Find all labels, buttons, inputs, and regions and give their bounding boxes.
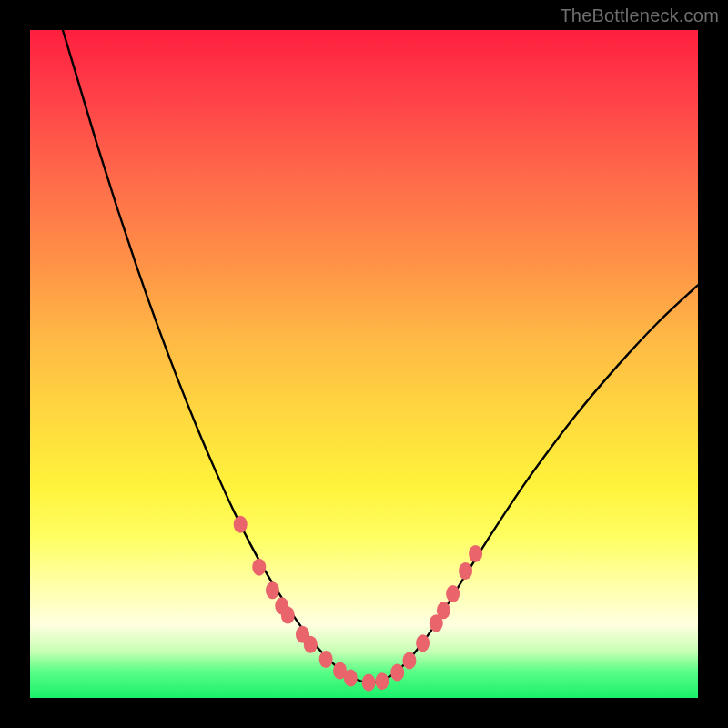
curve-marker bbox=[344, 669, 358, 686]
chart-svg bbox=[30, 30, 698, 698]
plot-area bbox=[30, 30, 698, 698]
curve-marker bbox=[362, 674, 376, 692]
chart-frame: TheBottleneck.com bbox=[0, 0, 728, 728]
curve-marker bbox=[252, 559, 266, 576]
curve-marker bbox=[375, 672, 389, 690]
curve-marker bbox=[416, 634, 430, 652]
curve-marker bbox=[234, 516, 248, 533]
curve-marker bbox=[281, 606, 295, 623]
curve-marker bbox=[390, 664, 404, 682]
curve-marker bbox=[266, 581, 279, 599]
curve-marker bbox=[437, 602, 450, 619]
curve-marker bbox=[446, 585, 460, 602]
watermark-text: TheBottleneck.com bbox=[560, 5, 719, 26]
bottleneck-curve bbox=[63, 30, 698, 682]
curve-marker bbox=[319, 651, 333, 668]
curve-marker bbox=[459, 562, 472, 580]
curve-marker bbox=[304, 636, 318, 653]
curve-marker bbox=[402, 652, 416, 669]
marker-group bbox=[234, 516, 482, 692]
curve-marker bbox=[469, 545, 482, 562]
